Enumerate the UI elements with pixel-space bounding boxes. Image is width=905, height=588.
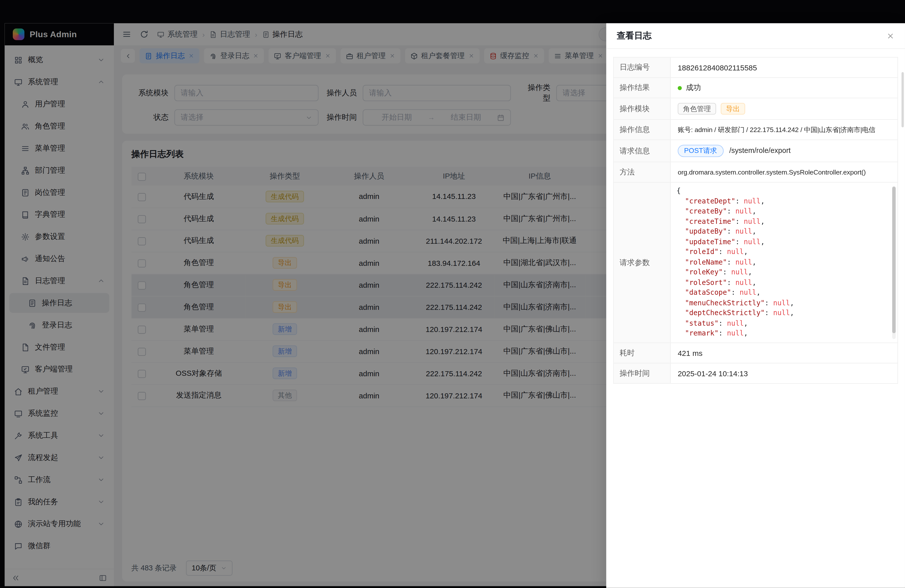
json-key: "updateTime" — [685, 237, 735, 245]
code-line: "createTime": null, — [676, 216, 891, 227]
json-value: null — [773, 299, 790, 307]
json-value: null — [735, 278, 752, 286]
drawer-scrollbar[interactable] — [902, 72, 904, 127]
module-tag: 角色管理 — [678, 103, 716, 114]
code-line: "roleKey": null, — [676, 268, 891, 278]
json-value: null — [735, 227, 752, 235]
json-value: null — [740, 288, 756, 297]
code-line: "status": null, — [676, 318, 891, 329]
json-key: "remark" — [685, 329, 719, 337]
drawer-field-row: 请求参数{ "createDept": null, "createBy": nu… — [613, 182, 898, 343]
drawer-field-row: 日志编号1882612840802115585 — [613, 57, 898, 78]
json-value: null — [735, 258, 752, 266]
code-line: "createBy": null, — [676, 207, 891, 216]
json-value: null — [744, 217, 761, 225]
field-value: { "createDept": null, "createBy": null, … — [670, 182, 898, 343]
drawer-field-row: 操作时间2025-01-24 10:14:13 — [613, 363, 898, 383]
json-value: null — [744, 197, 761, 205]
field-label: 日志编号 — [613, 57, 670, 78]
drawer-header: 查看日志 — [607, 23, 905, 49]
code-scrollbar-thumb[interactable] — [892, 187, 896, 334]
code-line: "updateTime": null, — [676, 237, 891, 247]
screen: Plus Admin 概览系统管理用户管理角色管理菜单管理部门管理岗位管理字典管… — [0, 0, 905, 588]
code-line: "menuCheckStrictly": null, — [676, 298, 891, 308]
json-key: "createTime" — [685, 217, 735, 225]
code-line: "dataScope": null, — [676, 288, 891, 298]
json-value: null — [731, 268, 748, 276]
drawer-field-row: 请求信息POST请求/system/role/export — [613, 140, 898, 162]
status-dot — [678, 86, 682, 90]
code-line: "updateBy": null, — [676, 227, 891, 237]
code-line: "remark": null, — [676, 329, 891, 338]
field-value: POST请求/system/role/export — [670, 140, 898, 162]
request-method-tag: POST请求 — [678, 145, 724, 157]
view-log-drawer: 查看日志 日志编号1882612840802115585操作结果成功操作模块角色… — [607, 23, 905, 588]
close-drawer-icon[interactable] — [886, 32, 894, 40]
json-key: "deptCheckStrictly" — [685, 309, 765, 317]
drawer-field-row: 方法org.dromara.system.controller.system.S… — [613, 162, 898, 182]
json-key: "roleName" — [685, 258, 727, 266]
json-key: "roleId" — [685, 248, 719, 256]
json-value: null — [744, 237, 761, 245]
code-line: "roleSort": null, — [676, 278, 891, 288]
drawer-field-row: 耗时421 ms — [613, 343, 898, 363]
json-key: "roleSort" — [685, 278, 727, 286]
field-label: 请求参数 — [613, 182, 670, 343]
field-label: 耗时 — [613, 343, 670, 363]
code-line: "roleId": null, — [676, 247, 891, 257]
json-key: "menuCheckStrictly" — [685, 299, 765, 307]
json-value: null — [727, 319, 744, 327]
field-label: 请求信息 — [613, 140, 670, 162]
drawer-field-row: 操作模块角色管理导出 — [613, 98, 898, 120]
field-value: org.dromara.system.controller.system.Sys… — [670, 162, 898, 182]
field-label: 操作结果 — [613, 78, 670, 98]
module-tag: 导出 — [721, 103, 745, 114]
code-line: "createDept": null, — [676, 196, 891, 206]
field-label: 操作时间 — [613, 363, 670, 383]
json-key: "status" — [685, 319, 719, 327]
json-key: "roleKey" — [685, 268, 723, 276]
json-key: "dataScope" — [685, 288, 731, 297]
drawer-body: 日志编号1882612840802115585操作结果成功操作模块角色管理导出操… — [607, 49, 905, 588]
field-label: 方法 — [613, 162, 670, 182]
drawer-title: 查看日志 — [617, 30, 652, 41]
request-url: /system/role/export — [729, 147, 791, 155]
field-label: 操作信息 — [613, 119, 670, 140]
json-value: null — [773, 309, 790, 317]
field-value: 421 ms — [670, 343, 898, 363]
json-value: null — [735, 207, 752, 215]
field-value: 成功 — [670, 78, 898, 98]
field-value: 账号: admin / 研发部门 / 222.175.114.242 / 中国|… — [670, 119, 898, 140]
field-value: 2025-01-24 10:14:13 — [670, 363, 898, 383]
field-value: 角色管理导出 — [670, 98, 898, 120]
field-label: 操作模块 — [613, 98, 670, 120]
code-line: { — [676, 186, 891, 196]
drawer-field-row: 操作结果成功 — [613, 78, 898, 98]
json-value: null — [727, 248, 744, 256]
code-scrollbar[interactable] — [892, 186, 896, 339]
request-params-json[interactable]: { "createDept": null, "createBy": null, … — [676, 186, 891, 339]
field-value: 1882612840802115585 — [670, 57, 898, 78]
json-key: "createBy" — [685, 207, 727, 215]
log-detail-table: 日志编号1882612840802115585操作结果成功操作模块角色管理导出操… — [613, 57, 898, 384]
json-value: null — [727, 329, 744, 337]
status-text: 成功 — [686, 83, 701, 92]
json-key: "createDept" — [685, 197, 735, 205]
drawer-field-row: 操作信息账号: admin / 研发部门 / 222.175.114.242 /… — [613, 119, 898, 140]
code-line: "roleName": null, — [676, 257, 891, 267]
code-line: "deptCheckStrictly": null, — [676, 308, 891, 318]
json-key: "updateBy" — [685, 227, 727, 235]
